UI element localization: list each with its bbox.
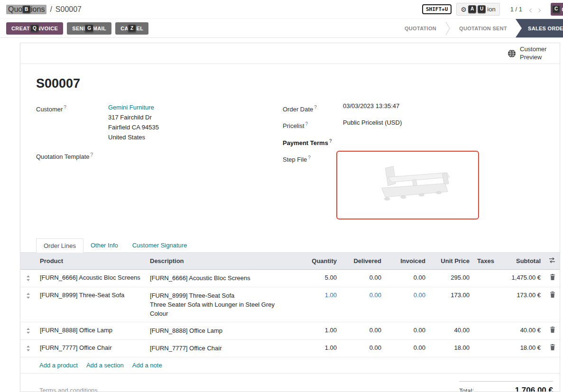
description-cell[interactable]: [FURN_8999] Three-Seat Sofa Three Seater…: [146, 287, 297, 322]
globe-icon: [508, 49, 516, 58]
add-a-product-link[interactable]: Add a product: [39, 362, 78, 369]
invoiced-cell[interactable]: 0.00: [385, 287, 429, 322]
drag-handle[interactable]: [20, 287, 36, 322]
delivered-cell[interactable]: 0.00: [341, 339, 385, 357]
field-payment-terms[interactable]: Payment Terms?: [283, 136, 553, 148]
product-cell[interactable]: [FURN_7777] Office Chair: [36, 339, 146, 357]
pricelist-value[interactable]: Public Pricelist (USD): [343, 119, 402, 131]
field-grid: Customer? Gemini Furniture 317 Fairchild…: [36, 102, 553, 224]
drag-handle-icon: [26, 275, 30, 281]
tab-other-info[interactable]: Other Info: [83, 238, 125, 252]
table-footer-links: Add a product Add a section Add a note: [20, 357, 560, 374]
action-menu-button[interactable]: ⚙ A U ion: [456, 3, 499, 16]
field-step-file: Step File?: [283, 153, 553, 219]
help-marker: ?: [308, 155, 311, 160]
product-cell[interactable]: [FURN_8888] Office Lamp: [36, 322, 146, 339]
order-line-row[interactable]: [FURN_8999] Three-Seat Sofa [FURN_8999] …: [20, 287, 560, 322]
customer-preview-label: Customer Preview: [520, 46, 551, 61]
control-panel: CREATE INVOICE Q SEND EMAIL G CANCEL Z Q…: [0, 19, 563, 38]
description-cell[interactable]: [FURN_6666] Acoustic Bloc Screens: [146, 269, 297, 287]
delete-row-button[interactable]: [545, 269, 560, 287]
customer-address-line1: 317 Fairchild Dr: [108, 112, 159, 122]
invoiced-cell[interactable]: 0.00: [385, 339, 429, 357]
delivered-cell[interactable]: 0.00: [341, 322, 385, 339]
drag-handle[interactable]: [20, 339, 36, 357]
delete-row-button[interactable]: [545, 339, 560, 357]
total-value: 1,706.00 €: [515, 386, 553, 392]
product-cell[interactable]: [FURN_6666] Acoustic Bloc Screens: [36, 269, 146, 287]
add-a-note-link[interactable]: Add a note: [132, 362, 162, 369]
step-file-3d-model-image: [358, 159, 458, 211]
invoiced-cell[interactable]: 0.00: [385, 322, 429, 339]
customer-link[interactable]: Gemini Furniture: [108, 102, 159, 112]
taxes-cell[interactable]: [473, 322, 492, 339]
invoiced-cell[interactable]: 0.00: [385, 269, 429, 287]
quotation-template-label-text: Quotation Template: [36, 153, 90, 160]
customer-field-value: Gemini Furniture 317 Fairchild Dr Fairfi…: [108, 102, 159, 142]
description-cell[interactable]: [FURN_7777] Office Chair: [146, 339, 297, 357]
pager-previous-button[interactable]: ‹: [526, 4, 535, 14]
product-cell[interactable]: [FURN_8999] Three-Seat Sofa: [36, 287, 146, 322]
drag-handle[interactable]: [20, 269, 36, 287]
add-a-section-link[interactable]: Add a section: [86, 362, 124, 369]
order-line-row[interactable]: [FURN_8888] Office Lamp [FURN_8888] Offi…: [20, 322, 560, 339]
breadcrumb-quotations-link[interactable]: Quotations B: [6, 5, 46, 14]
order-date-label: Order Date?: [283, 102, 343, 114]
status-quotation[interactable]: QUOTATION: [396, 19, 445, 37]
tab-order-lines[interactable]: Order Lines: [36, 238, 83, 253]
trash-icon: [550, 344, 555, 350]
unit-price-cell[interactable]: 40.00: [429, 322, 473, 339]
field-customer: Customer? Gemini Furniture 317 Fairchild…: [36, 102, 283, 142]
hint-badge-g: G: [85, 24, 93, 32]
field-quotation-template[interactable]: Quotation Template?: [36, 150, 283, 162]
quantity-cell[interactable]: 1.00: [297, 322, 341, 339]
unit-price-cell[interactable]: 295.00: [429, 269, 473, 287]
header-handle: [20, 253, 36, 270]
header-unit-price: Unit Price: [429, 253, 473, 270]
send-email-button[interactable]: SEND EMAIL G: [67, 22, 111, 35]
field-column-right: Order Date? 03/03/2023 13:35:47 Pricelis…: [283, 102, 553, 224]
shortcut-badge-shift-u: SHIFT+U: [422, 4, 452, 14]
step-file-preview[interactable]: [336, 151, 479, 219]
status-quotation-sent[interactable]: QUOTATION SENT: [451, 19, 516, 37]
header-delivered: Delivered: [341, 253, 385, 270]
payment-terms-label-text: Payment Terms: [283, 139, 328, 146]
quantity-cell[interactable]: 1.00: [297, 287, 341, 322]
terms-and-conditions-field[interactable]: Terms and conditions...: [39, 387, 103, 392]
pager-next-button[interactable]: ›: [535, 4, 544, 14]
create-button[interactable]: C CREATE: [551, 3, 563, 16]
help-marker: ?: [64, 105, 66, 110]
action-menu-label-fragment: ion: [487, 6, 495, 13]
delete-row-button[interactable]: [545, 322, 560, 339]
trash-icon: [550, 274, 555, 280]
quantity-cell[interactable]: 5.00: [297, 269, 341, 287]
taxes-cell[interactable]: [473, 269, 492, 287]
order-line-row[interactable]: [FURN_6666] Acoustic Bloc Screens [FURN_…: [20, 269, 560, 287]
status-sales-order[interactable]: SALES ORDER: [516, 19, 563, 37]
order-date-value[interactable]: 03/03/2023 13:35:47: [343, 102, 399, 114]
quantity-cell[interactable]: 1.00: [297, 339, 341, 357]
description-cell[interactable]: [FURN_8888] Office Lamp: [146, 322, 297, 339]
hint-badge-b: B: [22, 5, 30, 13]
drag-handle-icon: [26, 328, 30, 334]
header-options[interactable]: [545, 253, 560, 270]
breadcrumb-separator: /: [50, 5, 52, 14]
create-invoice-button[interactable]: CREATE INVOICE Q: [6, 22, 63, 35]
delivered-cell[interactable]: 0.00: [341, 287, 385, 322]
customer-address-line3: United States: [108, 132, 159, 142]
taxes-cell[interactable]: [473, 287, 492, 322]
tab-customer-signature[interactable]: Customer Signature: [125, 238, 194, 252]
drag-handle-icon: [26, 293, 30, 299]
field-pricelist: Pricelist? Public Pricelist (USD): [283, 119, 553, 131]
delivered-cell[interactable]: 0.00: [341, 269, 385, 287]
delete-row-button[interactable]: [545, 287, 560, 322]
customer-preview-button[interactable]: Customer Preview: [20, 43, 560, 64]
order-lines-table: Product Description Quantity Delivered I…: [20, 253, 560, 357]
hint-badge-q: Q: [30, 24, 39, 32]
cancel-button[interactable]: CANCEL Z: [115, 22, 148, 35]
taxes-cell[interactable]: [473, 339, 492, 357]
unit-price-cell[interactable]: 173.00: [429, 287, 473, 322]
order-line-row[interactable]: [FURN_7777] Office Chair [FURN_7777] Off…: [20, 339, 560, 357]
drag-handle[interactable]: [20, 322, 36, 339]
unit-price-cell[interactable]: 18.00: [429, 339, 473, 357]
